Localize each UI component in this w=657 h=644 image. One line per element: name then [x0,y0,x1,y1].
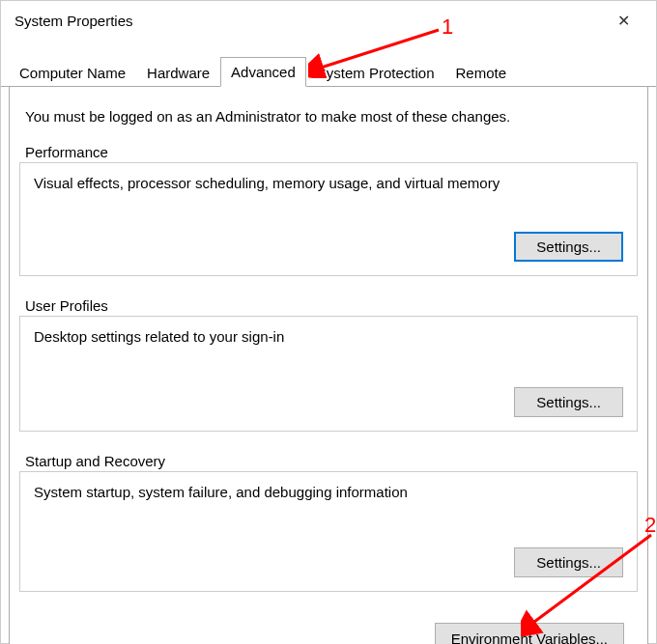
window-title: System Properties [14,13,133,29]
user-profiles-settings-button[interactable]: Settings... [514,387,623,417]
close-icon[interactable]: ✕ [604,6,643,35]
tab-content: You must be logged on as an Administrato… [9,87,648,644]
admin-notice: You must be logged on as an Administrato… [19,98,638,144]
user-profiles-desc: Desktop settings related to your sign-in [34,328,623,345]
tab-system-protection[interactable]: System Protection [306,58,445,87]
startup-group: System startup, system failure, and debu… [19,471,638,592]
tab-advanced[interactable]: Advanced [220,57,306,87]
tab-computer-name[interactable]: Computer Name [9,58,136,87]
environment-variables-button[interactable]: Environment Variables... [435,623,624,644]
performance-desc: Visual effects, processor scheduling, me… [34,175,623,191]
startup-settings-button[interactable]: Settings... [514,547,623,577]
annotation-number-2: 2 [644,513,656,538]
performance-group: Visual effects, processor scheduling, me… [19,162,638,276]
env-button-row: Environment Variables... [19,613,638,644]
tab-remote[interactable]: Remote [445,58,518,87]
tabs-bar: Computer Name Hardware Advanced System P… [1,57,656,87]
titlebar: System Properties ✕ [1,1,656,40]
annotation-number-1: 1 [442,14,453,40]
system-properties-window: System Properties ✕ Computer Name Hardwa… [0,0,657,644]
tab-hardware[interactable]: Hardware [136,58,220,87]
startup-group-label: Startup and Recovery [19,453,638,471]
startup-desc: System startup, system failure, and debu… [34,484,623,500]
performance-settings-button[interactable]: Settings... [514,232,623,262]
user-profiles-group: Desktop settings related to your sign-in… [19,316,638,432]
user-profiles-group-label: User Profiles [19,297,638,316]
performance-group-label: Performance [19,144,638,162]
